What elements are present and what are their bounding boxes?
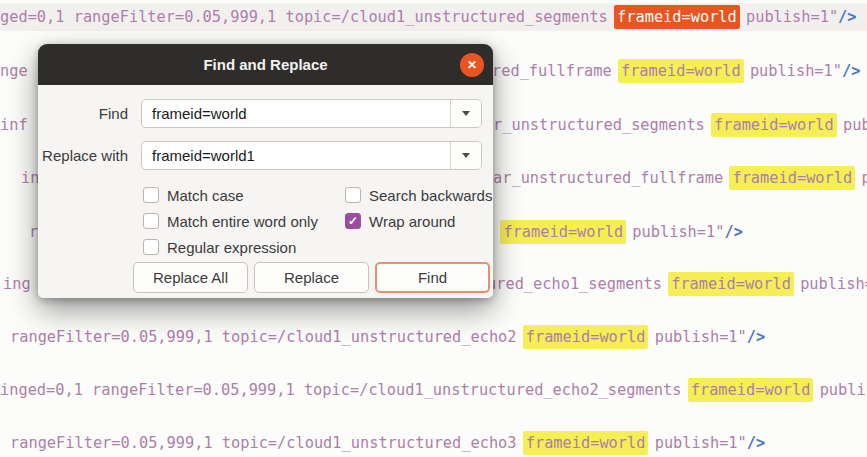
dialog-button-row: Replace AllReplaceFind — [133, 262, 490, 293]
find-input[interactable] — [142, 100, 450, 127]
code-text: /> — [838, 8, 856, 26]
code-text: in — [21, 169, 39, 187]
search-match-highlight: frameid=world — [668, 272, 794, 296]
code-fragment[interactable]: red_fullframe frameid=world publish=1"/> — [492, 57, 860, 85]
search-match-highlight: frameid=world — [523, 325, 649, 349]
code-fragment[interactable]: inf — [0, 111, 28, 139]
replace-input[interactable] — [142, 142, 450, 169]
code-text: /> — [724, 223, 742, 241]
code-text: ar_unstructured_fullframe — [493, 169, 732, 187]
replace-dropdown-button[interactable] — [450, 142, 481, 169]
code-text: publish=1" — [645, 434, 746, 452]
code-fragment[interactable]: ged=0,1 rangeFilter=0.05,999,1 topic=/cl… — [0, 3, 857, 31]
checkbox-unchecked-icon[interactable] — [143, 213, 159, 229]
code-text: /> — [747, 434, 765, 452]
find-dropdown-button[interactable] — [450, 100, 481, 127]
code-text: /> — [747, 328, 765, 346]
chevron-down-icon — [462, 111, 470, 116]
checkbox-unchecked-icon[interactable] — [143, 187, 159, 203]
code-text: pu — [852, 169, 867, 187]
code-fragment[interactable]: ured_echo1_segments frameid=world publis… — [487, 270, 867, 298]
code-text: /> — [842, 62, 860, 80]
dialog-title: Find and Replace — [203, 56, 327, 73]
code-line[interactable]: rangeFilter=0.05,999,1 topic=/cloud1_uns… — [0, 429, 867, 457]
search-match-highlight: frameid=world — [711, 113, 837, 137]
checkbox-match-entire-word-only[interactable]: Match entire word only — [143, 211, 318, 231]
checkbox-search-backwards[interactable]: Search backwards — [345, 185, 492, 205]
search-match-highlight: frameid=world — [729, 166, 855, 190]
code-text: ing — [3, 275, 31, 293]
chevron-down-icon — [462, 153, 470, 158]
code-text: rangeFilter=0.05,999,1 topic=/cloud1_uns… — [10, 328, 526, 346]
replace-label: Replace with — [40, 142, 128, 170]
code-text: ured_echo1_segments — [487, 275, 671, 293]
code-line[interactable]: inged=0,1 rangeFilter=0.05,999,1 topic=/… — [0, 376, 867, 404]
search-match-highlight: frameid=world — [523, 431, 649, 455]
code-text: inged=0,1 rangeFilter=0.05,999,1 topic=/… — [0, 381, 691, 399]
code-text: red_fullframe — [492, 62, 621, 80]
find-combo — [141, 99, 482, 128]
code-fragment[interactable]: rangeFilter=0.05,999,1 topic=/cloud1_uns… — [10, 429, 765, 457]
code-text: rangeFilter=0.05,999,1 topic=/cloud1_uns… — [10, 434, 526, 452]
checkbox-label: Regular expression — [167, 239, 296, 256]
checkbox-match-case[interactable]: Match case — [143, 185, 244, 205]
search-match-highlight: frameid=world — [618, 59, 744, 83]
checkbox-label: Wrap around — [369, 213, 455, 230]
checkbox-unchecked-icon[interactable] — [143, 239, 159, 255]
code-line[interactable]: rangeFilter=0.05,999,1 topic=/cloud1_uns… — [0, 323, 867, 351]
find-replace-dialog: Find and Replace ✕ Find Replace with Mat… — [38, 44, 493, 298]
checkbox-label: Search backwards — [369, 187, 492, 204]
code-text: publish=1" — [623, 223, 724, 241]
code-fragment[interactable]: in — [21, 164, 39, 192]
find-label: Find — [40, 100, 128, 128]
checkbox-label: Match case — [167, 187, 244, 204]
checkbox-label: Match entire word only — [167, 213, 318, 230]
code-text: publish=1" — [741, 62, 842, 80]
replace-all-button[interactable]: Replace All — [133, 262, 248, 293]
checkbox-unchecked-icon[interactable] — [345, 187, 361, 203]
replace-button[interactable]: Replace — [254, 262, 369, 293]
search-match-highlight: frameid=world — [500, 220, 626, 244]
code-text: nge — [0, 62, 28, 80]
code-fragment[interactable]: rangeFilter=0.05,999,1 topic=/cloud1_uns… — [10, 323, 765, 351]
code-text: ged=0,1 rangeFilter=0.05,999,1 topic=/cl… — [0, 8, 617, 26]
code-fragment[interactable]: ar_unstructured_fullframe frameid=world … — [493, 164, 867, 192]
code-text: publish=1" — [645, 328, 746, 346]
code-fragment[interactable]: inged=0,1 rangeFilter=0.05,999,1 topic=/… — [0, 376, 867, 404]
current-search-match: frameid=world — [614, 5, 740, 29]
code-text: r_unstructured_segments — [493, 116, 714, 134]
code-fragment[interactable]: nge — [0, 57, 28, 85]
code-text: publ — [834, 116, 867, 134]
code-text: inf — [0, 116, 28, 134]
search-match-highlight: frameid=world — [688, 378, 814, 402]
close-icon[interactable]: ✕ — [460, 53, 484, 77]
find-button[interactable]: Find — [375, 262, 490, 293]
code-text: publish=1" — [791, 275, 867, 293]
checkbox-regular-expression[interactable]: Regular expression — [143, 237, 296, 257]
dialog-titlebar[interactable]: Find and Replace ✕ — [38, 44, 493, 85]
code-fragment[interactable]: ing — [3, 270, 31, 298]
replace-combo — [141, 141, 482, 170]
code-fragment[interactable]: r_unstructured_segments frameid=world pu… — [493, 111, 867, 139]
code-fragment[interactable]: 1 frameid=world publish=1"/> — [485, 218, 743, 246]
code-text: publish=1" — [737, 8, 838, 26]
code-line-current[interactable]: ged=0,1 rangeFilter=0.05,999,1 topic=/cl… — [0, 3, 867, 31]
checkbox-checked-icon[interactable]: ✓ — [345, 213, 361, 229]
checkbox-wrap-around[interactable]: ✓Wrap around — [345, 211, 455, 231]
code-text: publish=1" — [810, 381, 867, 399]
